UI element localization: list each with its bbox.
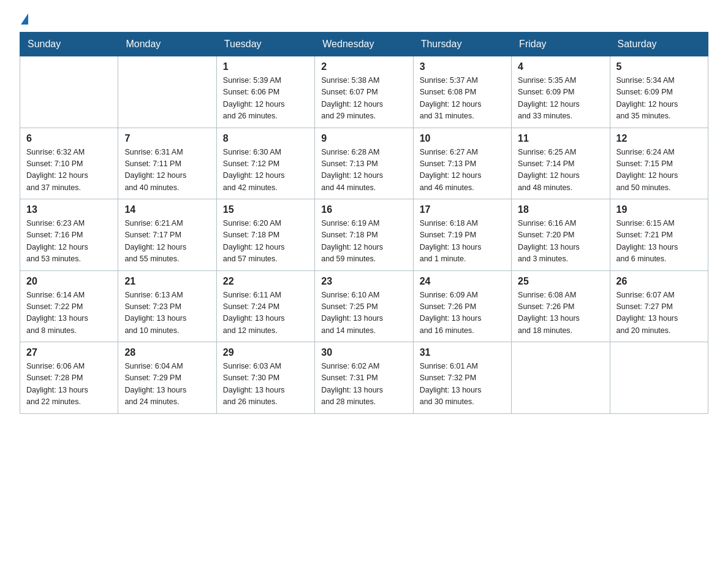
calendar-cell: 10Sunrise: 6:27 AM Sunset: 7:13 PM Dayli… — [413, 128, 511, 199]
day-info: Sunrise: 6:28 AM Sunset: 7:13 PM Dayligh… — [321, 147, 406, 194]
day-info: Sunrise: 6:01 AM Sunset: 7:32 PM Dayligh… — [420, 361, 505, 408]
week-row-2: 6Sunrise: 6:32 AM Sunset: 7:10 PM Daylig… — [20, 128, 708, 199]
day-info: Sunrise: 6:20 AM Sunset: 7:18 PM Dayligh… — [223, 218, 308, 266]
day-info: Sunrise: 6:08 AM Sunset: 7:26 PM Dayligh… — [518, 289, 603, 337]
calendar-cell: 13Sunrise: 6:23 AM Sunset: 7:16 PM Dayli… — [20, 199, 118, 271]
calendar-cell: 2Sunrise: 5:38 AM Sunset: 6:07 PM Daylig… — [315, 56, 413, 128]
day-info: Sunrise: 6:06 AM Sunset: 7:28 PM Dayligh… — [26, 361, 112, 408]
day-info: Sunrise: 5:39 AM Sunset: 6:06 PM Dayligh… — [223, 75, 308, 123]
day-info: Sunrise: 6:31 AM Sunset: 7:11 PM Dayligh… — [124, 147, 210, 194]
day-number: 17 — [420, 204, 505, 215]
day-number: 9 — [321, 133, 406, 144]
day-number: 30 — [321, 347, 406, 358]
day-info: Sunrise: 6:13 AM Sunset: 7:23 PM Dayligh… — [124, 289, 210, 337]
day-info: Sunrise: 5:34 AM Sunset: 6:09 PM Dayligh… — [616, 75, 702, 123]
calendar-cell: 16Sunrise: 6:19 AM Sunset: 7:18 PM Dayli… — [315, 199, 413, 271]
day-number: 16 — [321, 204, 406, 215]
calendar-cell: 22Sunrise: 6:11 AM Sunset: 7:24 PM Dayli… — [216, 270, 314, 342]
day-number: 19 — [616, 204, 702, 215]
day-info: Sunrise: 6:21 AM Sunset: 7:17 PM Dayligh… — [124, 218, 210, 266]
day-number: 18 — [518, 204, 603, 215]
day-info: Sunrise: 6:24 AM Sunset: 7:15 PM Dayligh… — [616, 147, 702, 194]
calendar-cell: 9Sunrise: 6:28 AM Sunset: 7:13 PM Daylig… — [315, 128, 413, 199]
calendar-cell: 11Sunrise: 6:25 AM Sunset: 7:14 PM Dayli… — [512, 128, 610, 199]
day-number: 24 — [420, 276, 505, 287]
day-info: Sunrise: 6:04 AM Sunset: 7:29 PM Dayligh… — [124, 361, 210, 408]
weekday-header-monday: Monday — [118, 33, 216, 56]
day-info: Sunrise: 6:10 AM Sunset: 7:25 PM Dayligh… — [321, 289, 406, 337]
weekday-header-friday: Friday — [512, 33, 610, 56]
weekday-header-saturday: Saturday — [610, 33, 708, 56]
calendar-cell: 24Sunrise: 6:09 AM Sunset: 7:26 PM Dayli… — [413, 270, 511, 342]
calendar-cell: 30Sunrise: 6:02 AM Sunset: 7:31 PM Dayli… — [315, 342, 413, 414]
day-number: 22 — [223, 276, 308, 287]
logo — [20, 15, 28, 26]
weekday-header-wednesday: Wednesday — [315, 33, 413, 56]
calendar-cell: 3Sunrise: 5:37 AM Sunset: 6:08 PM Daylig… — [413, 56, 511, 128]
calendar-cell: 1Sunrise: 5:39 AM Sunset: 6:06 PM Daylig… — [216, 56, 314, 128]
day-info: Sunrise: 6:32 AM Sunset: 7:10 PM Dayligh… — [26, 147, 112, 194]
day-number: 1 — [223, 61, 308, 72]
day-info: Sunrise: 5:37 AM Sunset: 6:08 PM Dayligh… — [420, 75, 505, 123]
day-number: 5 — [616, 61, 702, 72]
calendar-cell: 6Sunrise: 6:32 AM Sunset: 7:10 PM Daylig… — [20, 128, 118, 199]
day-number: 27 — [26, 347, 112, 358]
calendar-cell — [118, 56, 216, 128]
calendar-cell: 31Sunrise: 6:01 AM Sunset: 7:32 PM Dayli… — [413, 342, 511, 414]
calendar-table: SundayMondayTuesdayWednesdayThursdayFrid… — [20, 32, 708, 414]
calendar-cell: 12Sunrise: 6:24 AM Sunset: 7:15 PM Dayli… — [610, 128, 708, 199]
day-info: Sunrise: 5:35 AM Sunset: 6:09 PM Dayligh… — [518, 75, 603, 123]
logo-triangle-icon — [21, 13, 28, 25]
calendar-cell: 26Sunrise: 6:07 AM Sunset: 7:27 PM Dayli… — [610, 270, 708, 342]
week-row-5: 27Sunrise: 6:06 AM Sunset: 7:28 PM Dayli… — [20, 342, 708, 414]
calendar-cell: 4Sunrise: 5:35 AM Sunset: 6:09 PM Daylig… — [512, 56, 610, 128]
day-number: 23 — [321, 276, 406, 287]
day-number: 13 — [26, 204, 112, 215]
calendar-cell: 27Sunrise: 6:06 AM Sunset: 7:28 PM Dayli… — [20, 342, 118, 414]
day-info: Sunrise: 6:02 AM Sunset: 7:31 PM Dayligh… — [321, 361, 406, 408]
calendar-cell: 25Sunrise: 6:08 AM Sunset: 7:26 PM Dayli… — [512, 270, 610, 342]
calendar-cell: 8Sunrise: 6:30 AM Sunset: 7:12 PM Daylig… — [216, 128, 314, 199]
weekday-header-tuesday: Tuesday — [216, 33, 314, 56]
calendar-cell: 28Sunrise: 6:04 AM Sunset: 7:29 PM Dayli… — [118, 342, 216, 414]
day-info: Sunrise: 5:38 AM Sunset: 6:07 PM Dayligh… — [321, 75, 406, 123]
day-number: 11 — [518, 133, 603, 144]
day-info: Sunrise: 6:18 AM Sunset: 7:19 PM Dayligh… — [420, 218, 505, 266]
day-number: 7 — [124, 133, 210, 144]
calendar-cell: 15Sunrise: 6:20 AM Sunset: 7:18 PM Dayli… — [216, 199, 314, 271]
weekday-header-row: SundayMondayTuesdayWednesdayThursdayFrid… — [20, 33, 708, 56]
calendar-cell: 20Sunrise: 6:14 AM Sunset: 7:22 PM Dayli… — [20, 270, 118, 342]
day-number: 2 — [321, 61, 406, 72]
day-number: 25 — [518, 276, 603, 287]
day-number: 10 — [420, 133, 505, 144]
calendar-cell: 29Sunrise: 6:03 AM Sunset: 7:30 PM Dayli… — [216, 342, 314, 414]
day-number: 28 — [124, 347, 210, 358]
day-number: 26 — [616, 276, 702, 287]
day-info: Sunrise: 6:14 AM Sunset: 7:22 PM Dayligh… — [26, 289, 112, 337]
day-info: Sunrise: 6:11 AM Sunset: 7:24 PM Dayligh… — [223, 289, 308, 337]
day-info: Sunrise: 6:30 AM Sunset: 7:12 PM Dayligh… — [223, 147, 308, 194]
day-number: 21 — [124, 276, 210, 287]
day-number: 8 — [223, 133, 308, 144]
calendar-cell: 23Sunrise: 6:10 AM Sunset: 7:25 PM Dayli… — [315, 270, 413, 342]
calendar-cell — [20, 56, 118, 128]
day-number: 15 — [223, 204, 308, 215]
day-info: Sunrise: 6:07 AM Sunset: 7:27 PM Dayligh… — [616, 289, 702, 337]
day-number: 20 — [26, 276, 112, 287]
day-info: Sunrise: 6:25 AM Sunset: 7:14 PM Dayligh… — [518, 147, 603, 194]
day-number: 3 — [420, 61, 505, 72]
calendar-cell: 17Sunrise: 6:18 AM Sunset: 7:19 PM Dayli… — [413, 199, 511, 271]
calendar-cell: 7Sunrise: 6:31 AM Sunset: 7:11 PM Daylig… — [118, 128, 216, 199]
calendar-cell: 21Sunrise: 6:13 AM Sunset: 7:23 PM Dayli… — [118, 270, 216, 342]
day-number: 12 — [616, 133, 702, 144]
day-number: 14 — [124, 204, 210, 215]
day-info: Sunrise: 6:15 AM Sunset: 7:21 PM Dayligh… — [616, 218, 702, 266]
calendar-cell: 14Sunrise: 6:21 AM Sunset: 7:17 PM Dayli… — [118, 199, 216, 271]
day-number: 31 — [420, 347, 505, 358]
day-number: 4 — [518, 61, 603, 72]
calendar-cell: 5Sunrise: 5:34 AM Sunset: 6:09 PM Daylig… — [610, 56, 708, 128]
day-info: Sunrise: 6:23 AM Sunset: 7:16 PM Dayligh… — [26, 218, 112, 266]
day-info: Sunrise: 6:16 AM Sunset: 7:20 PM Dayligh… — [518, 218, 603, 266]
day-info: Sunrise: 6:03 AM Sunset: 7:30 PM Dayligh… — [223, 361, 308, 408]
day-number: 29 — [223, 347, 308, 358]
